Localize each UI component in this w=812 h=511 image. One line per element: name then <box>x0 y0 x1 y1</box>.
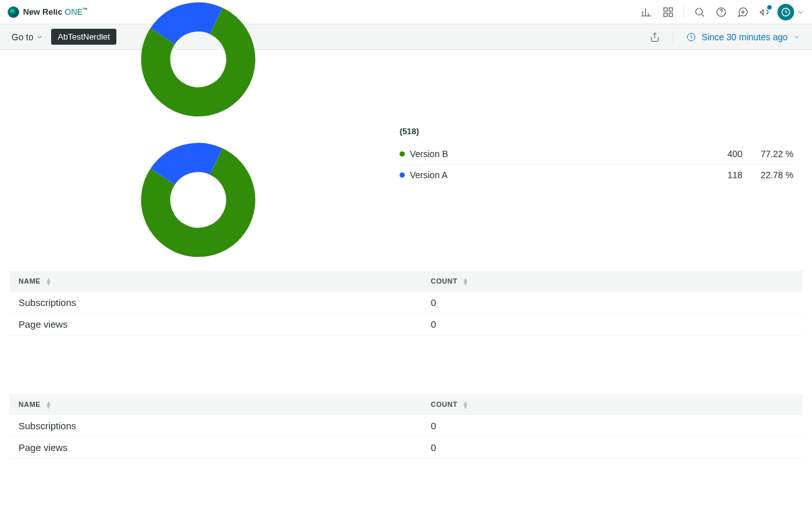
donut-chart-2[interactable] <box>137 139 400 261</box>
col-count-label: COUNT <box>431 277 458 285</box>
nerdlet-badge[interactable]: AbTestNerdlet <box>51 29 116 45</box>
spacer <box>10 335 802 394</box>
cell-count: 0 <box>422 415 802 437</box>
svg-rect-1 <box>669 8 673 11</box>
chart-column <box>10 50 400 261</box>
legend-row-version-a[interactable]: Version A 118 22.78 % <box>400 165 793 185</box>
chart-panel: (518) Version B 400 77.22 % Version A 11… <box>10 50 802 261</box>
table-row[interactable]: Subscriptions 0 <box>10 415 802 437</box>
legend-dot <box>400 151 405 156</box>
help-icon[interactable] <box>712 3 730 21</box>
divider <box>673 31 673 43</box>
brand-text: New Relic ONE™ <box>23 7 88 17</box>
legend-count: 118 <box>698 170 742 180</box>
goto-label: Go to <box>12 32 33 42</box>
table-row[interactable]: Page views 0 <box>10 437 802 459</box>
topbar-icons <box>637 3 804 21</box>
cell-count: 0 <box>422 314 802 335</box>
notification-dot <box>767 5 772 10</box>
spacer <box>10 459 802 511</box>
avatar <box>777 4 794 20</box>
data-table-2: NAME ▲▼ COUNT ▲▼ Subscriptions 0 Page vi… <box>10 394 802 459</box>
cell-name: Page views <box>10 437 422 459</box>
sort-icon: ▲▼ <box>45 278 52 286</box>
subbar-right: Since 30 minutes ago <box>650 31 800 43</box>
chevron-down-icon <box>36 33 43 41</box>
content-area: (518) Version B 400 77.22 % Version A 11… <box>0 50 812 511</box>
brand-suffix: ONE <box>65 7 82 17</box>
time-picker[interactable]: Since 30 minutes ago <box>686 32 800 42</box>
search-icon[interactable] <box>691 3 708 21</box>
legend-pct: 22.78 % <box>742 170 793 180</box>
cell-name: Subscriptions <box>10 415 422 437</box>
table-row[interactable]: Subscriptions 0 <box>10 292 802 314</box>
legend-total: (518) <box>400 126 793 136</box>
chart-legend: (518) Version B 400 77.22 % Version A 11… <box>400 50 802 261</box>
legend-row-version-b[interactable]: Version B 400 77.22 % <box>400 144 793 165</box>
goto-dropdown[interactable]: Go to <box>12 32 43 42</box>
brand-name: New Relic <box>23 7 62 17</box>
clock-icon <box>686 32 696 42</box>
time-label: Since 30 minutes ago <box>701 32 788 42</box>
announcements-icon[interactable] <box>756 3 774 21</box>
cell-count: 0 <box>422 292 802 314</box>
sort-icon: ▲▼ <box>45 401 52 409</box>
cell-name: Subscriptions <box>10 292 422 314</box>
svg-point-4 <box>696 8 703 15</box>
subbar-left: Go to AbTestNerdlet <box>12 29 116 45</box>
brand-logo-icon <box>8 6 19 18</box>
col-name[interactable]: NAME ▲▼ <box>10 271 422 292</box>
col-count[interactable]: COUNT ▲▼ <box>422 271 802 292</box>
chevron-down-icon <box>793 33 800 41</box>
apps-icon[interactable] <box>659 3 677 21</box>
svg-rect-0 <box>664 8 667 11</box>
divider <box>683 6 684 18</box>
chevron-down-icon <box>797 8 804 16</box>
col-name-label: NAME <box>19 277 40 285</box>
legend-pct: 77.22 % <box>742 149 793 159</box>
table-row[interactable]: Page views 0 <box>10 314 802 335</box>
sort-icon: ▲▼ <box>462 278 469 286</box>
feedback-icon[interactable] <box>734 3 752 21</box>
chart-icon[interactable] <box>637 3 655 21</box>
cell-name: Page views <box>10 314 422 335</box>
sort-icon: ▲▼ <box>462 401 469 409</box>
legend-name: Version A <box>410 170 698 180</box>
legend-count: 400 <box>698 149 742 159</box>
legend-name: Version B <box>410 149 698 159</box>
col-name-label: NAME <box>19 400 40 408</box>
data-table-1: NAME ▲▼ COUNT ▲▼ Subscriptions 0 Page vi… <box>10 271 802 335</box>
col-count[interactable]: COUNT ▲▼ <box>422 394 802 415</box>
brand-logo-group[interactable]: New Relic ONE™ <box>8 6 88 18</box>
col-count-label: COUNT <box>431 400 458 408</box>
user-menu[interactable] <box>777 3 804 21</box>
svg-rect-2 <box>664 13 667 16</box>
svg-rect-3 <box>669 13 673 16</box>
donut-chart-1[interactable] <box>137 0 400 120</box>
col-name[interactable]: NAME ▲▼ <box>10 394 422 415</box>
subbar: Go to AbTestNerdlet Since 30 minutes ago <box>0 24 812 50</box>
brand-tm: ™ <box>82 7 88 13</box>
legend-dot <box>400 172 405 178</box>
cell-count: 0 <box>422 437 802 459</box>
topbar: New Relic ONE™ <box>0 0 812 24</box>
share-icon[interactable] <box>650 32 660 42</box>
